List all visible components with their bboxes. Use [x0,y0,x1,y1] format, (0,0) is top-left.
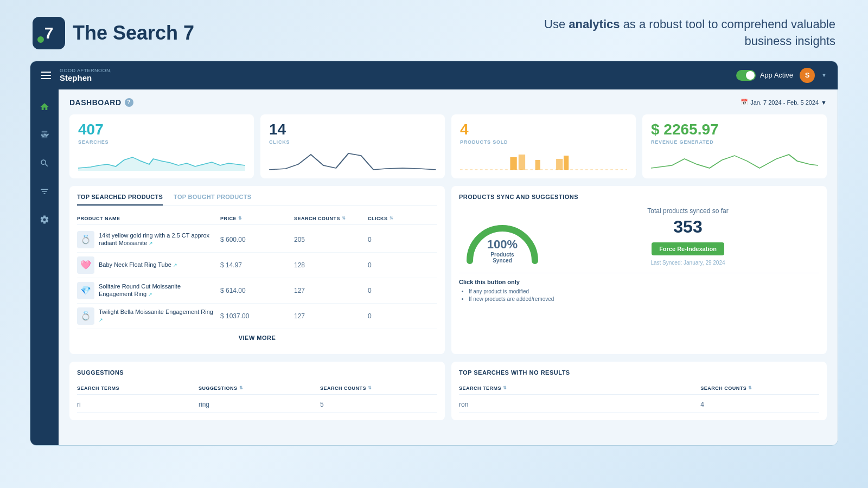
products-panel: TOP SEARCHED PRODUCTS TOP BOUGHT PRODUCT… [69,186,445,354]
product-cell-0: 💍 14kt yellow gold ring with a 2.5 CT ap… [77,231,216,248]
calendar-icon: 📅 [741,99,748,106]
price-3: $ 1037.00 [220,312,290,320]
stat-clicks-label: CLICKS [269,139,436,145]
search-2: 127 [294,287,363,294]
clicks-0: 0 [368,236,437,243]
sidebar-item-search[interactable] [36,155,53,172]
sidebar-item-analytics[interactable] [36,126,53,144]
stat-clicks-number: 14 [269,122,436,137]
re-index-button[interactable]: Force Re-Indexation [652,242,724,255]
dashboard-header: DASHBOARD ? 📅 Jan. 7 2024 - Feb. 5 2024 … [69,98,827,107]
sugg-col-count: SEARCH COUNTS ⇅ [320,386,437,391]
product-cell-1: 🩷 Baby Neck Float Ring Tube ↗ [77,256,216,274]
clicks-sort-icon[interactable]: ⇅ [390,216,394,221]
date-filter[interactable]: 📅 Jan. 7 2024 - Feb. 5 2024 ▼ [741,99,827,106]
app-active-toggle-wrap: App Active [736,70,793,81]
svg-rect-6 [535,160,540,170]
stat-products-number: 4 [460,122,627,137]
hamburger-menu[interactable] [41,72,51,79]
sync-info: Total products synced so far 353 Force R… [557,207,819,266]
brand: 7 The Search 7 [33,17,194,49]
sugg-count-0: 5 [320,401,437,408]
sync-note-item-0: If any product is modified [469,288,819,294]
stat-products-label: PRODUCTS SOLD [460,139,627,145]
clicks-3: 0 [368,312,437,320]
product-name-1: Baby Neck Float Ring Tube ↗ [99,261,177,269]
product-thumb-3: 💍 [77,307,94,325]
dashboard-info-icon[interactable]: ? [125,98,133,107]
product-link-3[interactable]: ↗ [99,317,103,323]
panels-row: TOP SEARCHED PRODUCTS TOP BOUGHT PRODUCT… [69,186,827,354]
gauge-wrap: 100% Products Synced [459,207,546,266]
outer-header: 7 The Search 7 Use analytics as a robust… [0,0,868,61]
no-results-table: SEARCH TERMS ⇅ SEARCH COUNTS ⇅ ron 4 [459,382,819,413]
sugg-term-0: ri [77,401,194,408]
revenue-chart [651,149,818,171]
suggestions-header: SEARCH TERMS SUGGESTIONS ⇅ SEARCH COUNTS… [77,382,437,395]
no-results-header: SEARCH TERMS ⇅ SEARCH COUNTS ⇅ [459,382,819,395]
table-row: 🩷 Baby Neck Float Ring Tube ↗ $ 14.97 12… [77,253,437,278]
price-0: $ 600.00 [220,236,290,243]
nores-term-0: ron [459,401,696,408]
product-thumb-1: 🩷 [77,256,94,274]
product-link-0[interactable]: ↗ [149,241,153,246]
user-avatar[interactable]: S [800,68,815,83]
search-1: 128 [294,261,363,269]
sync-count: 353 [557,217,819,237]
sync-content: 100% Products Synced Total products sync… [459,207,819,266]
no-results-title: TOP SEARCHES WITH NO RESULTS [459,369,819,376]
search-sort-icon[interactable]: ⇅ [342,216,346,221]
tagline: Use analytics as a robust tool to compre… [510,16,835,50]
dashboard-title: DASHBOARD ? [69,98,133,107]
price-2: $ 614.00 [220,287,290,294]
sync-note-list: If any product is modified If new produc… [459,288,819,302]
tab-top-bought[interactable]: TOP BOUGHT PRODUCTS [174,194,251,206]
app-active-toggle[interactable] [736,70,756,81]
clicks-chart [269,149,436,171]
avatar-chevron-icon: ▼ [821,72,827,78]
no-results-panel: TOP SEARCHES WITH NO RESULTS SEARCH TERM… [451,362,827,420]
sidebar-item-home[interactable] [36,98,53,115]
suggestions-title: SUGGESTIONS [77,369,437,376]
stats-row: 407 SEARCHES 14 CLICKS [69,114,827,178]
stat-revenue-number: $ 2265.97 [651,122,818,137]
price-sort-icon[interactable]: ⇅ [238,216,242,221]
last-synced: Last Synced: January, 29 2024 [557,260,819,266]
nores-count-sort-icon[interactable]: ⇅ [748,386,752,390]
product-cell-3: 💍 Twilight Bella Moissanite Engagement R… [77,307,216,325]
table-row: 💍 Twilight Bella Moissanite Engagement R… [77,304,437,329]
sync-note-title: Click this button only [459,279,819,285]
sync-total-label: Total products synced so far [557,207,819,215]
sidebar-item-filter[interactable] [36,183,53,200]
top-bar: GOOD AFTERNOON, Stephen App Active S ▼ [30,61,838,89]
sugg-count-sort-icon[interactable]: ⇅ [368,386,372,390]
product-thumb-0: 💍 [77,231,94,248]
sugg-row-0: ri ring 5 [77,397,437,413]
product-link-2[interactable]: ↗ [148,292,152,297]
sidebar-item-settings[interactable] [36,211,53,228]
gauge-text: 100% Products Synced [481,237,524,264]
view-more-button[interactable]: VIEW MORE [77,329,437,346]
col-price: PRICE ⇅ [220,216,290,221]
product-name-3: Twilight Bella Moissanite Engagement Rin… [99,308,216,324]
nores-count-0: 4 [700,401,819,408]
nores-col-term: SEARCH TERMS ⇅ [459,386,696,391]
main-content: DASHBOARD ? 📅 Jan. 7 2024 - Feb. 5 2024 … [30,89,838,445]
product-link-1[interactable]: ↗ [173,262,177,268]
date-chevron-icon: ▼ [821,99,827,106]
sugg-suggestion-0: ring [199,401,316,408]
sugg-sort-icon[interactable]: ⇅ [239,386,244,390]
stat-searches-number: 407 [78,122,245,137]
brand-logo-icon: 7 [33,17,65,49]
sync-panel: PRODUCTS SYNC AND SUGGESTIONS 100% [451,186,827,354]
stat-card-products-sold: 4 PRODUCTS SOLD [451,114,636,178]
product-thumb-2: 💎 [77,282,94,299]
tab-row: TOP SEARCHED PRODUCTS TOP BOUGHT PRODUCT… [77,194,437,206]
tab-top-searched[interactable]: TOP SEARCHED PRODUCTS [77,194,163,206]
svg-rect-7 [556,159,563,170]
stat-card-searches: 407 SEARCHES [69,114,254,178]
top-bar-left: GOOD AFTERNOON, Stephen [41,68,112,82]
nores-sort-icon[interactable]: ⇅ [503,386,507,390]
top-bar-right: App Active S ▼ [736,68,827,83]
svg-point-2 [37,36,44,43]
